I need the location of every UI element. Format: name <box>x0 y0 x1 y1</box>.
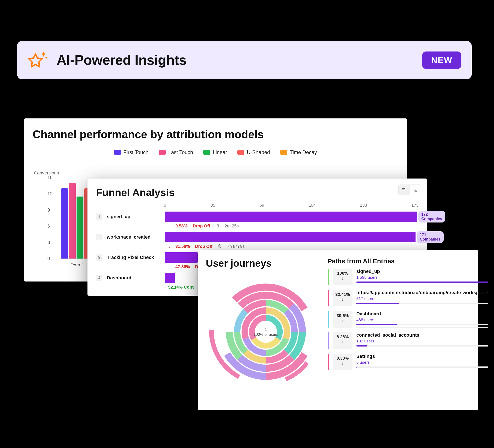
drop-off-row: ↓ 31.58% Drop Off ⏱ 7h 8m 9s <box>168 242 419 250</box>
channel-title: Channel performance by attribution model… <box>33 128 398 141</box>
legend-item[interactable]: First Touch <box>114 149 148 155</box>
svg-rect-0 <box>402 188 405 189</box>
paths-title: Paths from All Entries <box>328 257 488 265</box>
down-arrow-icon: ↓ <box>333 297 352 302</box>
chart-legend: First Touch Last Touch Linear U-Shaped T… <box>33 149 398 155</box>
accent-bar <box>328 332 329 349</box>
down-arrow-icon: ↓ <box>333 339 352 344</box>
bar-first-touch <box>61 188 68 258</box>
view-toggle <box>398 184 421 195</box>
progress-bar <box>356 345 488 346</box>
svg-rect-1 <box>402 190 404 190</box>
svg-rect-3 <box>414 189 414 192</box>
count-pill: 172 Companies <box>418 211 445 222</box>
stopwatch-icon: ⏱ <box>218 244 222 249</box>
down-arrow-icon: ↓ <box>333 276 352 281</box>
progress-bar <box>356 366 488 368</box>
funnel-bar <box>165 212 417 222</box>
accent-bar <box>328 269 329 285</box>
path-row[interactable]: 100%↓ signed_up1,595 users <box>328 269 488 285</box>
funnel-bar <box>165 273 175 283</box>
pct-box: 0.38%↓ <box>333 354 352 370</box>
legend-item[interactable]: Time Decay <box>280 149 317 155</box>
funnel-title: Funnel Analysis <box>96 187 419 198</box>
path-row[interactable]: 8.28%↓ connected_social_accounts132 user… <box>328 332 488 349</box>
svg-rect-4 <box>415 190 416 192</box>
legend-item[interactable]: U-Shaped <box>237 149 270 155</box>
down-arrow-icon: ↓ <box>168 244 170 249</box>
funnel-bar <box>165 252 198 263</box>
accent-bar <box>328 311 329 328</box>
sunburst-chart[interactable]: 1 100% of users <box>206 272 326 392</box>
down-arrow-icon: ↓ <box>168 224 170 229</box>
count-pill: 171 Companies <box>417 231 444 243</box>
new-badge: NEW <box>422 51 461 69</box>
legend-item[interactable]: Last Touch <box>159 149 193 155</box>
vertical-bars-icon[interactable] <box>410 185 421 195</box>
funnel-step: 2 workspace_created 171 Companies <box>96 232 419 242</box>
pct-box: 8.28%↓ <box>333 332 352 349</box>
bar-last-touch <box>69 183 76 258</box>
path-row[interactable]: 32.41%↓ https://app.contentstudio.io/onb… <box>328 290 488 307</box>
funnel-step: 1 signed_up 172 Companies <box>96 212 419 222</box>
progress-bar <box>356 282 488 283</box>
sunburst-center: 1 100% of users <box>253 327 278 337</box>
user-journeys-card: User journeys <box>198 250 478 410</box>
accent-bar <box>328 290 329 307</box>
legend-item[interactable]: Linear <box>203 149 227 155</box>
horizontal-bars-icon[interactable] <box>399 185 410 195</box>
banner-title: AI-Powered Insights <box>57 52 186 68</box>
journeys-title: User journeys <box>206 257 326 269</box>
sparkle-star-icon <box>27 49 49 71</box>
bar-linear <box>76 197 83 258</box>
y-axis-label: Conversions <box>34 170 59 176</box>
pct-box: 30.6%↓ <box>333 311 352 328</box>
path-row[interactable]: 30.6%↓ Dashboard488 users <box>328 311 488 328</box>
down-arrow-icon: ↓ <box>333 361 352 366</box>
svg-rect-5 <box>416 191 417 192</box>
progress-bar <box>356 324 488 325</box>
down-arrow-icon: ↓ <box>168 264 170 269</box>
accent-bar <box>328 354 329 370</box>
down-arrow-icon: ↓ <box>333 318 352 323</box>
insights-banner: AI-Powered Insights NEW <box>17 41 472 79</box>
progress-bar <box>356 303 488 304</box>
drop-off-row: ↓ 0.58% Drop Off ⏱ 2m 25s <box>168 222 419 230</box>
svg-rect-2 <box>402 191 404 191</box>
stopwatch-icon: ⏱ <box>215 224 220 229</box>
funnel-bar <box>165 232 416 242</box>
pct-box: 32.41%↓ <box>333 290 352 307</box>
funnel-scale: 0 35 69 104 138 173 <box>164 203 419 209</box>
pct-box: 100%↓ <box>333 269 352 285</box>
path-row[interactable]: 0.38%↓ Settings6 users <box>328 354 488 370</box>
